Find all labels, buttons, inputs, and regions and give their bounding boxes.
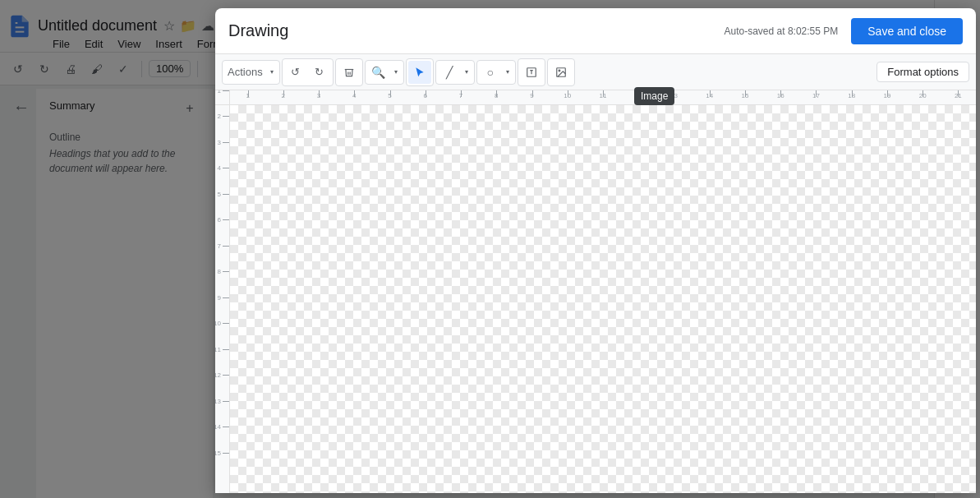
- undo-redo-group: ↺ ↻: [282, 58, 334, 86]
- select-group: [406, 58, 434, 86]
- dialog-title: Drawing: [228, 21, 288, 40]
- ruler-left-label-5: 5: [218, 190, 221, 197]
- text-tool-btn[interactable]: [520, 61, 543, 84]
- ruler-left-ticks: 123456789101112131415: [215, 90, 229, 493]
- ruler-left-label-4: 4: [218, 164, 221, 172]
- text-tool-group: [518, 58, 545, 86]
- ruler-top-label-12: 12: [635, 92, 642, 99]
- shape-tool-dropdown[interactable]: ○ ▾: [476, 60, 516, 85]
- actions-label: Actions: [224, 61, 266, 84]
- ruler-top-label-3: 3: [317, 92, 320, 99]
- ruler-top-label-13: 13: [670, 92, 678, 99]
- ruler-left: 123456789101112131415: [215, 90, 230, 493]
- zoom-arrow-icon: ▾: [390, 61, 402, 84]
- ruler-left-label-3: 3: [218, 138, 221, 145]
- line-tool-arrow-icon: ▾: [461, 61, 472, 84]
- ruler-left-label-9: 9: [218, 293, 221, 301]
- zoom-icon: 🔍: [367, 61, 390, 84]
- ruler-top-label-4: 4: [352, 92, 356, 99]
- ruler-left-label-11: 11: [215, 345, 221, 353]
- actions-arrow-icon: ▾: [266, 61, 278, 84]
- ruler-top-label-18: 18: [848, 92, 855, 99]
- ruler-top-label-1: 1: [246, 92, 249, 99]
- line-tool-dropdown[interactable]: ╱ ▾: [435, 60, 475, 85]
- ruler-left-label-12: 12: [215, 371, 221, 379]
- ruler-top-label-16: 16: [777, 92, 784, 99]
- draw-undo-btn[interactable]: ↺: [284, 61, 307, 84]
- ruler-top-label-11: 11: [600, 92, 607, 99]
- ruler-top-label-6: 6: [424, 92, 427, 99]
- ruler-top-label-15: 15: [741, 92, 748, 99]
- zoom-dropdown[interactable]: 🔍 ▾: [365, 60, 404, 85]
- ruler-top-label-5: 5: [388, 92, 391, 99]
- ruler-top-label-21: 21: [955, 92, 962, 99]
- delete-group: [335, 58, 363, 86]
- image-tool-group: [547, 58, 575, 86]
- auto-saved-text: Auto-saved at 8:02:55 PM: [725, 25, 839, 37]
- ruler-top-label-17: 17: [812, 92, 820, 99]
- drawing-canvas[interactable]: [230, 105, 976, 493]
- ruler-top-label-8: 8: [495, 92, 498, 99]
- drawing-canvas-area: 123456789101112131415 123456789101112131…: [215, 90, 976, 493]
- svg-point-5: [559, 70, 560, 71]
- ruler-left-label-8: 8: [218, 268, 221, 275]
- ruler-left-label-1: 1: [218, 90, 221, 95]
- drawing-toolbar: Actions ▾ ↺ ↻ 🔍 ▾: [215, 54, 976, 90]
- ruler-left-label-10: 10: [215, 320, 221, 327]
- select-tool-btn[interactable]: [408, 61, 431, 84]
- canvas-container: 123456789101112131415161718192021: [230, 90, 976, 493]
- ruler-top-label-7: 7: [459, 92, 462, 99]
- ruler-top: 123456789101112131415161718192021: [230, 90, 976, 105]
- format-options-button[interactable]: Format options: [876, 62, 969, 82]
- draw-delete-btn[interactable]: [338, 61, 361, 84]
- shape-tool-arrow-icon: ▾: [502, 61, 513, 84]
- ruler-top-label-20: 20: [919, 92, 927, 99]
- ruler-left-label-2: 2: [218, 113, 221, 120]
- ruler-top-label-9: 9: [530, 92, 533, 99]
- ruler-top-label-10: 10: [564, 92, 571, 99]
- ruler-left-label-14: 14: [215, 423, 221, 431]
- ruler-left-label-6: 6: [218, 216, 221, 224]
- ruler-top-label-19: 19: [883, 92, 890, 99]
- actions-dropdown[interactable]: Actions ▾: [222, 60, 280, 85]
- ruler-top-ticks: 123456789101112131415161718192021: [230, 90, 976, 104]
- drawing-dialog: Drawing Auto-saved at 8:02:55 PM Save an…: [215, 8, 976, 493]
- shape-tool-icon: ○: [479, 61, 502, 84]
- image-tool-btn[interactable]: [550, 61, 573, 84]
- ruler-left-label-13: 13: [215, 397, 221, 404]
- draw-redo-btn[interactable]: ↻: [308, 61, 331, 84]
- dialog-header: Drawing Auto-saved at 8:02:55 PM Save an…: [215, 8, 976, 54]
- ruler-left-label-15: 15: [215, 449, 221, 456]
- ruler-top-label-14: 14: [706, 92, 713, 99]
- line-tool-icon: ╱: [438, 61, 461, 84]
- ruler-top-label-2: 2: [282, 92, 285, 99]
- ruler-left-label-7: 7: [218, 242, 221, 249]
- save-close-button[interactable]: Save and close: [851, 18, 963, 44]
